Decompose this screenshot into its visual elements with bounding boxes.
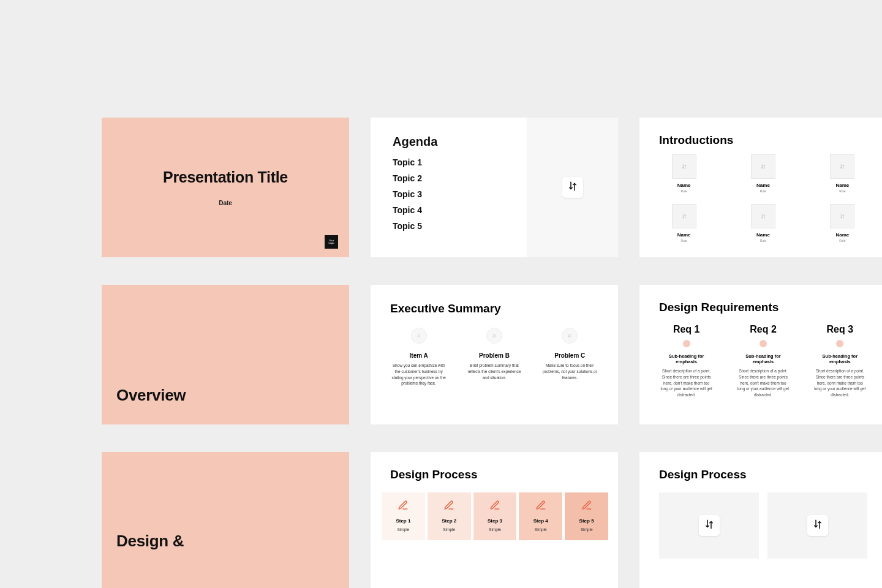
edit-icon [534,499,548,512]
person-name: Name [677,183,691,188]
agenda-image-placeholder [527,118,618,257]
overview-title: Overview [116,386,186,405]
requirement-desc: Short description of a point. Since ther… [813,368,867,398]
exec-item-title: Problem C [554,352,585,359]
swap-icon [812,519,823,532]
person-role: Role [760,239,766,243]
image-placeholder [672,154,696,179]
requirement-column: Req 1 Sub-heading for emphasis Short des… [659,324,714,398]
person-role: Role [681,239,687,243]
person-role: Role [760,189,766,193]
person-card: Name Role [659,204,709,243]
agenda-topic: Topic 4 [393,203,505,219]
logo-badge: Your Logo [325,235,338,249]
exec-item-desc: Make sure to focus on their problems, no… [541,363,598,380]
person-role: Role [839,189,845,193]
presentation-date: Date [219,200,232,206]
person-card: Name Role [818,154,867,193]
slides-row-3: Design & Design Process Step 1 Simple St… [102,452,882,588]
image-placeholder [751,154,775,179]
presentation-title: Presentation Title [163,168,288,186]
edit-icon [442,499,456,512]
step-title: Step 5 [579,518,594,524]
requirements-title: Design Requirements [659,301,867,314]
person-card: Name Role [738,204,788,243]
agenda-left-panel: Agenda Topic 1 Topic 2 Topic 3 Topic 4 T… [371,118,527,257]
agenda-title: Agenda [393,135,505,149]
people-grid: Name Role Name Role Name Role Name Role [659,154,867,243]
slides-row-1: Presentation Title Date Your Logo Agenda… [102,118,882,257]
placeholder-columns [659,492,867,559]
requirement-column: Req 2 Sub-heading for emphasis Short des… [736,324,790,398]
slide-executive-summary[interactable]: Executive Summary Item A Show you can em… [371,285,618,424]
design-step: Step 2 Simple [428,492,471,540]
requirement-title: Req 1 [659,324,714,335]
swap-instance-chip[interactable] [562,177,583,198]
agenda-topic: Topic 3 [393,187,505,203]
requirement-desc: Short description of a point. Since ther… [736,368,790,398]
requirement-sub: Sub-heading for emphasis [736,353,790,364]
person-name: Name [756,183,770,188]
step-desc: Simple [535,527,547,532]
person-card: Name Role [659,154,709,193]
step-title: Step 2 [442,518,456,524]
swap-icon [567,181,578,194]
swap-icon [704,519,715,532]
person-card: Name Role [738,154,788,193]
image-placeholder [486,328,502,344]
edit-icon [396,499,410,512]
exec-summary-title: Executive Summary [390,302,598,315]
swap-instance-chip[interactable] [807,515,828,536]
person-name: Name [835,232,849,238]
step-desc: Simple [397,527,409,532]
step-title: Step 1 [396,518,410,524]
person-name: Name [677,232,691,238]
introductions-title: Introductions [659,134,867,147]
design-process-title: Design Process [390,468,598,481]
exec-column: Problem C Make sure to focus on their pr… [541,328,598,386]
design-step: Step 3 Simple [473,492,517,540]
section-title: Design & [116,532,184,551]
requirement-columns: Req 1 Sub-heading for emphasis Short des… [659,324,867,398]
slide-design-process-steps[interactable]: Design Process Step 1 Simple Step 2 Simp… [371,452,618,588]
image-placeholder [672,204,696,228]
agenda-topic: Topic 5 [393,219,505,235]
bullet-dot [760,340,767,347]
image-placeholder [562,328,578,344]
slide-design-section[interactable]: Design & [102,452,349,588]
person-name: Name [835,183,849,188]
image-placeholder [411,328,427,344]
requirement-title: Req 3 [813,324,867,335]
slide-introductions[interactable]: Introductions Name Role Name Role Name R… [639,118,882,257]
slide-design-requirements[interactable]: Design Requirements Req 1 Sub-heading fo… [639,285,882,424]
agenda-topic: Topic 1 [393,155,505,171]
requirement-sub: Sub-heading for emphasis [659,353,714,364]
exec-item-title: Problem B [479,352,510,359]
image-placeholder [830,204,854,228]
person-role: Role [681,189,687,193]
exec-column: Problem B Brief problem summary that ref… [466,328,522,386]
design-step: Step 1 Simple [382,492,425,540]
image-placeholder [767,492,867,559]
image-placeholder [659,492,759,559]
slides-canvas[interactable]: Presentation Title Date Your Logo Agenda… [102,118,882,588]
requirement-desc: Short description of a point. Since ther… [659,368,714,398]
design-steps: Step 1 Simple Step 2 Simple Step 3 Simpl… [380,492,608,540]
image-placeholder [830,154,854,179]
person-name: Name [756,232,770,238]
slide-overview[interactable]: Overview [102,285,349,424]
requirement-title: Req 2 [736,324,790,335]
slide-title[interactable]: Presentation Title Date Your Logo [102,118,349,257]
slide-design-process-placeholders[interactable]: Design Process [639,452,882,588]
exec-item-desc: Brief problem summary that reflects the … [466,363,522,380]
exec-column: Item A Show you can empathize with the c… [390,328,447,386]
step-title: Step 3 [488,518,502,524]
swap-instance-chip[interactable] [699,515,720,536]
person-card: Name Role [818,204,867,243]
step-desc: Simple [581,527,593,532]
exec-item-desc: Show you can empathize with the customer… [390,363,447,386]
slide-agenda[interactable]: Agenda Topic 1 Topic 2 Topic 3 Topic 4 T… [371,118,618,257]
exec-columns: Item A Show you can empathize with the c… [390,328,598,386]
design-process-title: Design Process [659,468,867,481]
step-desc: Simple [443,527,455,532]
